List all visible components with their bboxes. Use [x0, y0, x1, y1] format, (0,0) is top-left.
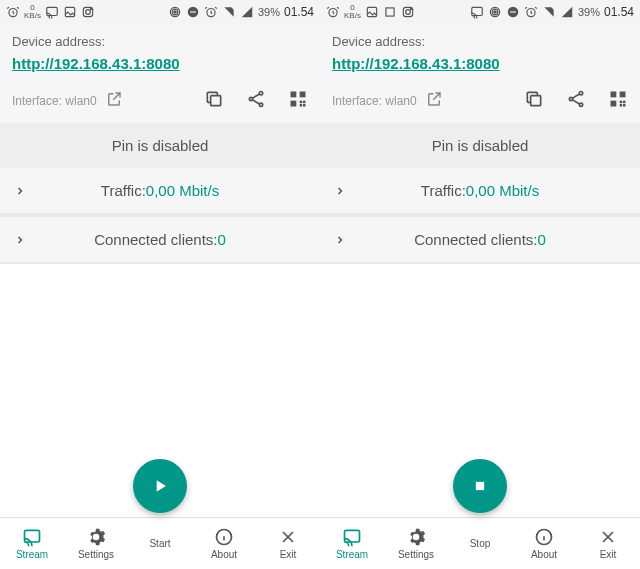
traffic-row[interactable]: Traffic: 0,00 Mbit/s	[0, 168, 320, 215]
copy-icon[interactable]	[204, 89, 224, 113]
device-address-url[interactable]: http://192.168.43.1:8080	[332, 55, 500, 72]
cast-icon	[22, 527, 42, 547]
share-icon[interactable]	[566, 89, 586, 113]
info-icon	[214, 527, 234, 547]
clients-row[interactable]: Connected clients: 0	[0, 217, 320, 264]
nav-exit[interactable]: Exit	[576, 527, 640, 560]
nav-about[interactable]: About	[512, 527, 576, 560]
network-speed: 0KB/s	[24, 4, 41, 20]
svg-rect-18	[291, 101, 297, 107]
dnd-icon	[506, 5, 520, 19]
chevron-right-icon	[334, 234, 346, 246]
svg-point-13	[259, 92, 262, 95]
clock-text: 01.54	[604, 5, 634, 19]
cast-icon	[342, 527, 362, 547]
svg-rect-10	[190, 11, 196, 12]
chevron-right-icon	[14, 234, 26, 246]
clients-row[interactable]: Connected clients: 0	[320, 217, 640, 264]
traffic-value: 0,00 Mbit/s	[466, 182, 539, 199]
nav-exit[interactable]: Exit	[256, 527, 320, 560]
gear-icon	[86, 527, 106, 547]
nav-stop[interactable]: Stop	[448, 538, 512, 549]
svg-rect-12	[211, 96, 221, 106]
pin-status: Pin is disabled	[320, 123, 640, 168]
traffic-value: 0,00 Mbit/s	[146, 182, 219, 199]
signal-icon	[560, 5, 574, 19]
nav-stream[interactable]: Stream	[0, 527, 64, 560]
svg-rect-43	[620, 92, 626, 98]
open-external-icon[interactable]	[423, 90, 443, 112]
alarm-icon	[524, 5, 538, 19]
image-icon	[365, 5, 379, 19]
open-external-icon[interactable]	[103, 90, 123, 112]
network-speed: 0KB/s	[344, 4, 361, 20]
interface-label: Interface: wlan0	[332, 94, 417, 108]
gear-icon	[406, 527, 426, 547]
traffic-label: Traffic:	[421, 182, 466, 199]
device-address-section: Device address: http://192.168.43.1:8080	[320, 24, 640, 81]
battery-text: 39%	[578, 6, 600, 18]
traffic-row[interactable]: Traffic: 0,00 Mbit/s	[320, 168, 640, 215]
svg-rect-21	[300, 104, 303, 107]
pin-status: Pin is disabled	[0, 123, 320, 168]
chevron-right-icon	[14, 185, 26, 197]
signal-icon	[240, 5, 254, 19]
svg-rect-23	[25, 530, 40, 542]
svg-rect-1	[47, 7, 58, 15]
svg-point-39	[579, 92, 582, 95]
svg-rect-36	[510, 11, 516, 12]
svg-rect-17	[300, 92, 306, 98]
status-bar: 0KB/s 39% 01.54	[320, 0, 640, 24]
play-icon	[150, 476, 170, 496]
stop-icon	[470, 476, 490, 496]
clients-value: 0	[218, 231, 226, 248]
hotspot-icon	[168, 5, 182, 19]
alarm-icon	[6, 5, 20, 19]
clients-label: Connected clients:	[94, 231, 217, 248]
svg-rect-22	[303, 101, 306, 104]
svg-rect-49	[476, 482, 484, 490]
svg-point-30	[410, 9, 411, 10]
bottom-nav: Stream Settings Start About Exit	[0, 517, 320, 569]
hotspot-icon	[488, 5, 502, 19]
dnd-icon	[186, 5, 200, 19]
svg-point-32	[494, 11, 496, 13]
phone-left: 0KB/s 39% 01.54 Device address: http://1…	[0, 0, 320, 569]
instagram-icon	[81, 5, 95, 19]
status-bar: 0KB/s 39% 01.54	[0, 0, 320, 24]
svg-rect-47	[620, 104, 623, 107]
clock-text: 01.54	[284, 5, 314, 19]
svg-rect-44	[611, 101, 617, 107]
nav-about[interactable]: About	[192, 527, 256, 560]
device-address-url[interactable]: http://192.168.43.1:8080	[12, 55, 180, 72]
qr-icon[interactable]	[288, 89, 308, 113]
svg-point-5	[90, 9, 91, 10]
fab-start[interactable]	[133, 459, 187, 513]
svg-point-41	[579, 103, 582, 106]
qr-icon[interactable]	[608, 89, 628, 113]
fab-stop[interactable]	[453, 459, 507, 513]
svg-rect-20	[303, 104, 306, 107]
svg-rect-42	[611, 92, 617, 98]
cast-icon	[470, 5, 484, 19]
bottom-nav: Stream Settings Stop About Exit	[320, 517, 640, 569]
chevron-right-icon	[334, 185, 346, 197]
device-address-section: Device address: http://192.168.43.1:8080	[0, 24, 320, 81]
nav-stream[interactable]: Stream	[320, 527, 384, 560]
svg-rect-19	[300, 101, 303, 104]
svg-rect-48	[623, 101, 626, 104]
svg-point-6	[174, 11, 176, 13]
close-icon	[598, 527, 618, 547]
nav-settings[interactable]: Settings	[64, 527, 128, 560]
svg-rect-26	[367, 7, 376, 16]
device-address-label: Device address:	[332, 34, 628, 49]
copy-icon[interactable]	[524, 89, 544, 113]
nav-settings[interactable]: Settings	[384, 527, 448, 560]
clients-label: Connected clients:	[414, 231, 537, 248]
nav-start[interactable]: Start	[128, 538, 192, 549]
share-icon[interactable]	[246, 89, 266, 113]
image-icon	[63, 5, 77, 19]
phone-right: 0KB/s 39% 01.54 Device address: http://1…	[320, 0, 640, 569]
svg-rect-45	[620, 101, 623, 104]
svg-rect-38	[531, 96, 541, 106]
